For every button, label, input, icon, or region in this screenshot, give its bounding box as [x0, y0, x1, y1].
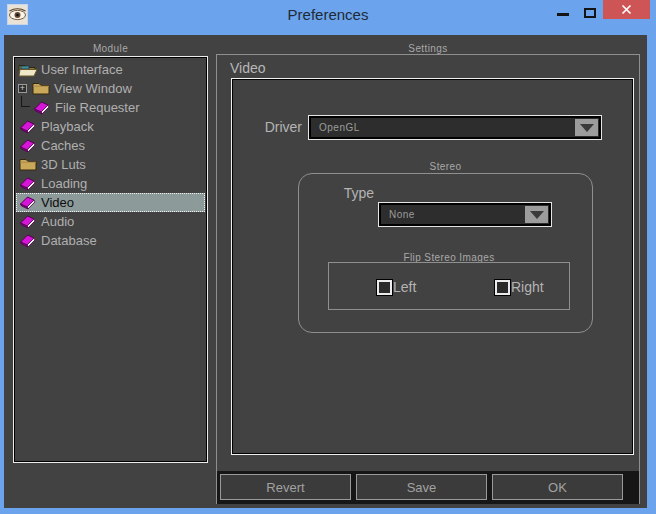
module-panel-caption: Module	[13, 43, 208, 54]
tree-item-label: User Interface	[41, 62, 123, 77]
tree-item-file-requester[interactable]: File Requester	[16, 98, 205, 117]
book-icon	[18, 176, 38, 191]
closed-folder-icon	[31, 82, 51, 95]
tree-item-label: 3D Luts	[41, 157, 86, 172]
tree-branch-connector	[18, 98, 32, 117]
flip-right-label: Right	[511, 279, 544, 295]
video-group-label: Video	[230, 60, 266, 76]
book-icon	[18, 195, 38, 210]
stereo-type-label: Type	[334, 185, 374, 201]
tree-item-label: Caches	[41, 138, 85, 153]
minimize-button[interactable]	[557, 13, 569, 16]
book-icon	[32, 100, 52, 115]
footer-button-strip: RevertSaveOK	[217, 471, 639, 504]
revert-button[interactable]: Revert	[220, 474, 351, 500]
stereo-type-dropdown-value: None	[389, 209, 415, 220]
tree-item-label: Video	[41, 195, 74, 210]
flip-right-checkbox[interactable]	[495, 280, 510, 295]
tree-item-3d-luts[interactable]: 3D Luts	[16, 155, 205, 174]
flip-left-label: Left	[393, 279, 416, 295]
driver-dropdown[interactable]: OpenGL	[308, 115, 602, 140]
tree-item-label: Database	[41, 233, 97, 248]
driver-label: Driver	[242, 119, 302, 135]
tree-item-label: Loading	[41, 176, 87, 191]
open-folder-icon	[18, 63, 38, 77]
book-icon	[18, 138, 38, 153]
chevron-down-icon	[530, 211, 544, 219]
dialog-content: Module User Interface+View WindowFile Re…	[4, 35, 647, 508]
closed-folder-icon	[18, 158, 38, 171]
tree-item-playback[interactable]: Playback	[16, 117, 205, 136]
close-icon	[621, 4, 632, 15]
preferences-window: Preferences Module User Interface+View W…	[0, 0, 656, 514]
tree-item-label: File Requester	[55, 100, 140, 115]
stereo-type-dropdown-arrow-button[interactable]	[525, 206, 548, 223]
tree-item-view-window[interactable]: +View Window	[16, 79, 205, 98]
book-icon	[18, 233, 38, 248]
flip-stereo-box: LeftRight	[328, 262, 570, 310]
tree-item-loading[interactable]: Loading	[16, 174, 205, 193]
expander-plus-icon[interactable]: +	[18, 84, 27, 93]
tree-item-audio[interactable]: Audio	[16, 212, 205, 231]
module-tree: User Interface+View WindowFile Requester…	[13, 56, 208, 463]
flip-right-option: Right	[495, 279, 544, 295]
save-button[interactable]: Save	[356, 474, 487, 500]
stereo-type-dropdown[interactable]: None	[378, 202, 552, 227]
tree-item-label: Audio	[41, 214, 74, 229]
stereo-group-caption: Stereo	[298, 161, 593, 172]
driver-dropdown-value: OpenGL	[319, 122, 360, 133]
book-icon	[18, 214, 38, 229]
maximize-button[interactable]	[584, 8, 596, 18]
tree-item-user-interface[interactable]: User Interface	[16, 60, 205, 79]
settings-panel-caption: Settings	[216, 43, 640, 54]
ok-button[interactable]: OK	[492, 474, 623, 500]
flip-left-option: Left	[377, 279, 416, 295]
tree-item-caches[interactable]: Caches	[16, 136, 205, 155]
book-icon	[18, 119, 38, 134]
close-button[interactable]	[603, 0, 650, 19]
tree-item-video[interactable]: Video	[16, 193, 205, 212]
tree-item-label: Playback	[41, 119, 94, 134]
flip-left-checkbox[interactable]	[377, 280, 392, 295]
driver-dropdown-arrow-button[interactable]	[575, 119, 598, 136]
chevron-down-icon	[580, 124, 594, 132]
tree-item-label: View Window	[54, 81, 132, 96]
tree-item-database[interactable]: Database	[16, 231, 205, 250]
